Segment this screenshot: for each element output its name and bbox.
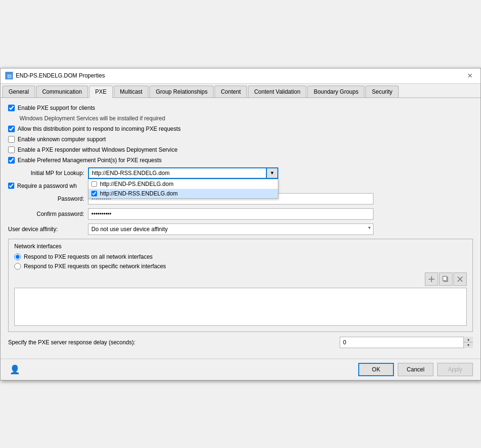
radio-all-row: Respond to PXE requests on all network i… bbox=[14, 253, 467, 260]
initial-mp-dropdown-open: http://END-PS.ENDELG.dom http://END-RSS.… bbox=[88, 179, 278, 199]
delay-input[interactable] bbox=[340, 337, 473, 348]
enable-responder-checkbox[interactable] bbox=[8, 146, 15, 153]
close-button[interactable]: ✕ bbox=[464, 70, 476, 81]
enable-responder-row: Enable a PXE responder without Windows D… bbox=[8, 146, 473, 153]
delay-label: Specify the PXE server response delay (s… bbox=[8, 339, 336, 346]
network-interfaces-legend: Network interfaces bbox=[14, 243, 467, 250]
window-title: END-PS.ENDELG.DOM Properties bbox=[16, 72, 105, 79]
dropdown-item-0[interactable]: http://END-PS.ENDELG.dom bbox=[88, 179, 278, 189]
tab-content-validation[interactable]: Content Validation bbox=[248, 86, 306, 97]
delay-row: Specify the PXE server response delay (s… bbox=[8, 337, 473, 348]
tab-boundary-groups[interactable]: Boundary Groups bbox=[307, 86, 364, 97]
dropdown-item-0-checkbox[interactable] bbox=[91, 181, 97, 187]
radio-all-interfaces[interactable] bbox=[14, 253, 21, 260]
delay-spinner-up[interactable]: ▲ bbox=[464, 337, 473, 343]
delete-button[interactable] bbox=[453, 273, 467, 286]
delay-spinner-buttons: ▲ ▼ bbox=[463, 337, 473, 348]
initial-mp-label: Initial MP for Lookup: bbox=[8, 170, 84, 176]
delay-spinner-wrapper: ▲ ▼ bbox=[340, 337, 473, 348]
user-device-row: User device affinity: Do not use user de… bbox=[8, 224, 473, 235]
user-device-select-wrapper: Do not use user device affinity Allow us… bbox=[88, 224, 373, 235]
network-interfaces-list[interactable] bbox=[14, 288, 467, 326]
tab-multicast[interactable]: Multicast bbox=[114, 86, 148, 97]
allow-incoming-row: Allow this distribution point to respond… bbox=[8, 126, 473, 132]
enable-unknown-label: Enable unknown computer support bbox=[18, 136, 106, 143]
cancel-button[interactable]: Cancel bbox=[398, 363, 433, 376]
wds-note: Windows Deployment Services will be inst… bbox=[20, 115, 473, 122]
require-password-label: Require a password wh bbox=[17, 183, 77, 189]
enable-preferred-checkbox[interactable] bbox=[8, 157, 15, 164]
password-label: Password: bbox=[8, 195, 84, 202]
enable-pxe-label: Enable PXE support for clients bbox=[18, 105, 95, 111]
enable-pxe-row: Enable PXE support for clients bbox=[8, 105, 473, 111]
copy-button[interactable] bbox=[439, 273, 452, 286]
title-bar-left: ▤ END-PS.ENDELG.DOM Properties bbox=[5, 72, 105, 79]
user-device-select[interactable]: Do not use user device affinity Allow us… bbox=[88, 224, 373, 235]
tab-general[interactable]: General bbox=[2, 86, 35, 97]
tab-content[interactable]: Content bbox=[215, 86, 247, 97]
delete-icon bbox=[457, 276, 463, 282]
require-password-checkbox[interactable] bbox=[8, 183, 14, 189]
initial-mp-input[interactable] bbox=[88, 167, 278, 179]
ok-button[interactable]: OK bbox=[358, 363, 394, 376]
initial-mp-dropdown-arrow[interactable]: ▼ bbox=[266, 167, 278, 179]
add-button[interactable] bbox=[425, 273, 438, 286]
enable-pxe-checkbox[interactable] bbox=[8, 105, 15, 111]
enable-unknown-row: Enable unknown computer support bbox=[8, 136, 473, 143]
tab-communication[interactable]: Communication bbox=[36, 86, 88, 97]
tab-group-relationships[interactable]: Group Relationships bbox=[149, 86, 214, 97]
radio-specific-row: Respond to PXE requests on specific netw… bbox=[14, 263, 467, 270]
bottom-right: OK Cancel Apply bbox=[358, 363, 473, 376]
allow-incoming-checkbox[interactable] bbox=[8, 126, 15, 132]
svg-rect-1 bbox=[429, 279, 434, 280]
dropdown-item-1[interactable]: http://END-RSS.ENDELG.dom bbox=[88, 189, 278, 198]
bottom-left: 👤 bbox=[8, 363, 21, 376]
radio-all-label: Respond to PXE requests on all network i… bbox=[24, 253, 153, 260]
allow-incoming-label: Allow this distribution point to respond… bbox=[18, 126, 181, 132]
add-icon bbox=[428, 276, 435, 282]
bottom-bar: 👤 OK Cancel Apply bbox=[0, 359, 481, 380]
dropdown-item-0-label: http://END-PS.ENDELG.dom bbox=[100, 181, 174, 187]
network-toolbar bbox=[14, 273, 467, 286]
enable-responder-label: Enable a PXE responder without Windows D… bbox=[18, 146, 177, 153]
enable-preferred-label: Enable Preferred Management Point(s) for… bbox=[18, 157, 162, 164]
user-device-label: User device affinity: bbox=[8, 226, 84, 233]
dropdown-item-1-checkbox[interactable] bbox=[91, 191, 97, 196]
main-window: ▤ END-PS.ENDELG.DOM Properties ✕ General… bbox=[0, 68, 481, 380]
apply-button[interactable]: Apply bbox=[437, 363, 473, 376]
tab-bar: General Communication PXE Multicast Grou… bbox=[0, 84, 481, 98]
enable-unknown-checkbox[interactable] bbox=[8, 136, 15, 143]
initial-mp-dropdown-container: ▼ http://END-PS.ENDELG.dom http://END-RS… bbox=[88, 167, 278, 179]
radio-specific-label: Respond to PXE requests on specific netw… bbox=[24, 263, 166, 270]
dropdown-item-1-label: http://END-RSS.ENDELG.dom bbox=[100, 190, 177, 197]
svg-rect-3 bbox=[443, 276, 447, 281]
radio-specific-interfaces[interactable] bbox=[14, 263, 21, 270]
title-bar: ▤ END-PS.ENDELG.DOM Properties ✕ bbox=[0, 68, 481, 84]
tab-security[interactable]: Security bbox=[365, 86, 398, 97]
confirm-password-row: Confirm password: bbox=[8, 208, 473, 220]
delay-spinner-down[interactable]: ▼ bbox=[464, 342, 473, 348]
window-icon: ▤ bbox=[5, 72, 13, 79]
network-interfaces-group: Network interfaces Respond to PXE reques… bbox=[8, 239, 473, 332]
confirm-password-label: Confirm password: bbox=[8, 211, 84, 217]
pxe-content: Enable PXE support for clients Windows D… bbox=[0, 98, 481, 359]
user-icon: 👤 bbox=[8, 363, 21, 376]
copy-icon bbox=[442, 276, 449, 282]
initial-mp-row: Initial MP for Lookup: ▼ http://END-PS.E… bbox=[8, 167, 473, 179]
confirm-password-input[interactable] bbox=[88, 208, 373, 220]
enable-preferred-row: Enable Preferred Management Point(s) for… bbox=[8, 157, 473, 164]
tab-pxe[interactable]: PXE bbox=[89, 86, 113, 98]
